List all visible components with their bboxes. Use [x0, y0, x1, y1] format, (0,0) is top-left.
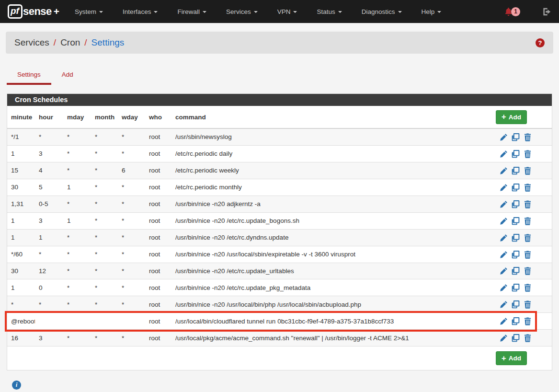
copy-icon[interactable]	[512, 133, 520, 141]
cell-month: *	[91, 229, 118, 246]
edit-icon[interactable]	[500, 300, 508, 309]
edit-icon[interactable]	[500, 267, 508, 276]
col-header-minute: minute	[7, 106, 35, 128]
copy-icon[interactable]	[512, 283, 520, 292]
cell-who: root	[145, 313, 171, 330]
delete-icon[interactable]	[524, 217, 532, 225]
nav-menu-services[interactable]: Services	[226, 8, 258, 15]
row-actions	[489, 162, 552, 179]
copy-icon[interactable]	[512, 250, 520, 259]
edit-icon[interactable]	[500, 150, 508, 158]
breadcrumb-settings[interactable]: Settings	[91, 37, 125, 48]
copy-icon[interactable]	[512, 150, 520, 158]
table-row: 1 0 * * * root /usr/bin/nice -n20 /etc/r…	[7, 279, 552, 296]
delete-icon[interactable]	[524, 300, 532, 309]
cell-who: root	[145, 196, 171, 212]
add-button-top[interactable]: +Add	[496, 110, 527, 124]
cell-mday: *	[63, 229, 91, 246]
cell-command: /usr/bin/nice -n20 /etc/rc.update_bogons…	[171, 212, 489, 229]
cell-minute: 1	[7, 229, 35, 246]
tab-add[interactable]: Add	[51, 67, 84, 85]
col-header-who: who	[145, 106, 171, 128]
edit-icon[interactable]	[500, 334, 508, 342]
cell-minute: @reboot	[7, 313, 35, 330]
copy-icon[interactable]	[512, 317, 520, 325]
edit-icon[interactable]	[500, 233, 508, 242]
sign-out-icon[interactable]	[542, 7, 551, 16]
copy-icon[interactable]	[512, 300, 520, 309]
nav-menu-label: Diagnostics	[362, 8, 395, 15]
cell-hour: 3	[35, 145, 63, 162]
cell-mday: *	[63, 162, 91, 179]
chevron-down-icon	[254, 11, 258, 13]
chevron-down-icon	[293, 11, 297, 13]
table-header-row: minute hour mday month wday who command …	[7, 106, 552, 128]
cell-wday: 6	[118, 162, 145, 179]
delete-icon[interactable]	[524, 133, 532, 141]
edit-icon[interactable]	[500, 317, 508, 325]
cell-mday	[63, 313, 91, 330]
edit-icon[interactable]	[500, 166, 508, 175]
edit-icon[interactable]	[500, 183, 508, 192]
info-icon[interactable]: i	[12, 380, 21, 390]
row-actions	[489, 296, 552, 313]
edit-icon[interactable]	[500, 250, 508, 259]
delete-icon[interactable]	[524, 334, 532, 342]
cell-month: *	[91, 279, 118, 296]
cell-minute: 1	[7, 212, 35, 229]
cell-who: root	[145, 279, 171, 296]
delete-icon[interactable]	[524, 183, 532, 192]
cell-hour: 3	[35, 330, 63, 346]
nav-menu-interfaces[interactable]: Interfaces	[123, 8, 158, 15]
cell-mday: *	[63, 296, 91, 313]
cell-month: *	[91, 212, 118, 229]
nav-menu-system[interactable]: System	[75, 8, 103, 15]
nav-menu-diagnostics[interactable]: Diagnostics	[362, 8, 402, 15]
copy-icon[interactable]	[512, 233, 520, 242]
cell-hour: *	[35, 296, 63, 313]
notifications-button[interactable]: 1	[504, 7, 520, 16]
cron-schedules-table: minute hour mday month wday who command …	[7, 106, 552, 370]
cell-hour: 12	[35, 263, 63, 279]
breadcrumb-cron: Cron	[60, 37, 80, 48]
nav-menu-vpn[interactable]: VPN	[277, 8, 297, 15]
delete-icon[interactable]	[524, 317, 532, 325]
pfsense-logo-sense: sense	[23, 5, 52, 18]
edit-icon[interactable]	[500, 283, 508, 292]
copy-icon[interactable]	[512, 334, 520, 342]
add-button-bottom[interactable]: +Add	[496, 351, 527, 365]
cell-wday: *	[118, 279, 145, 296]
delete-icon[interactable]	[524, 150, 532, 158]
edit-icon[interactable]	[500, 200, 508, 208]
cell-command: /usr/bin/nice -n20 /etc/rc.update_urltab…	[171, 263, 489, 279]
copy-icon[interactable]	[512, 183, 520, 192]
delete-icon[interactable]	[524, 233, 532, 242]
delete-icon[interactable]	[524, 200, 532, 208]
delete-icon[interactable]	[524, 267, 532, 276]
copy-icon[interactable]	[512, 166, 520, 175]
cell-month: *	[91, 263, 118, 279]
delete-icon[interactable]	[524, 250, 532, 259]
cell-mday: *	[63, 330, 91, 346]
pfsense-logo[interactable]: pf sense +	[8, 4, 59, 19]
tab-settings[interactable]: Settings	[7, 67, 51, 85]
copy-icon[interactable]	[512, 217, 520, 225]
nav-menu-firewall[interactable]: Firewall	[177, 8, 206, 15]
delete-icon[interactable]	[524, 166, 532, 175]
nav-menu-help[interactable]: Help	[422, 8, 442, 15]
cell-hour	[35, 313, 63, 330]
col-header-wday: wday	[118, 106, 145, 128]
cell-hour: *	[35, 128, 63, 145]
cell-who: root	[145, 229, 171, 246]
help-icon[interactable]: ?	[536, 38, 545, 47]
cell-who: root	[145, 212, 171, 229]
cell-command: /usr/bin/nice -n20 /etc/rc.dyndns.update	[171, 229, 489, 246]
edit-icon[interactable]	[500, 217, 508, 225]
delete-icon[interactable]	[524, 283, 532, 292]
nav-menu-status[interactable]: Status	[317, 8, 342, 15]
edit-icon[interactable]	[500, 133, 508, 141]
copy-icon[interactable]	[512, 200, 520, 208]
cell-command: /etc/rc.periodic monthly	[171, 179, 489, 196]
copy-icon[interactable]	[512, 267, 520, 276]
cell-mday: *	[63, 128, 91, 145]
